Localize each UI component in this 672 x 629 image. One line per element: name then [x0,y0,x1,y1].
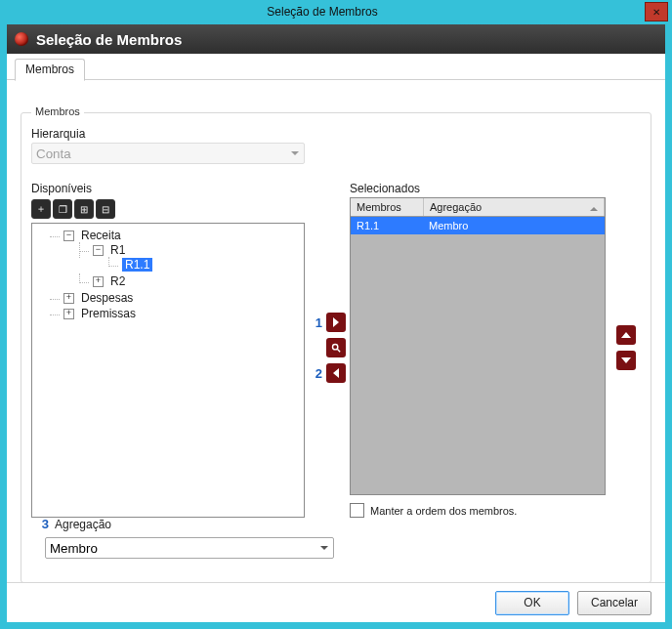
col-header-members[interactable]: Membros [351,198,424,216]
tree-node-r1[interactable]: −R1 R1.1 [79,242,302,273]
tab-strip: Membros [7,54,665,80]
move-down-button[interactable] [616,351,636,370]
window-title: Seleção de Membros [0,5,645,19]
expand-icon[interactable]: + [63,309,74,319]
selected-label: Selecionados [350,182,606,195]
body: Membros Hierarquia Conta Disponíveis ＋ ❐ [7,105,665,583]
svg-line-1 [337,349,340,352]
available-label: Disponíveis [31,182,305,195]
close-icon: ✕ [652,7,660,18]
search-icon [331,343,341,353]
tree-node-r2[interactable]: +R2 [79,273,302,289]
chevron-right-icon [331,317,341,327]
aggregation-label: Agregação [55,518,111,531]
header-strip: Seleção de Membros [7,24,665,54]
cancel-button[interactable]: Cancelar [577,591,651,615]
footer: OK Cancelar [7,582,665,622]
search-button[interactable] [326,338,346,357]
tab-members[interactable]: Membros [15,59,85,81]
client-area: Seleção de Membros Membros Membros Hiera… [6,23,666,623]
col-header-aggregation[interactable]: Agregação [424,198,605,216]
available-column: Disponíveis ＋ ❐ ⊞ ⊟ −Receita [31,178,305,518]
tree-node-r11[interactable]: R1.1 [108,257,302,273]
add-button[interactable] [326,313,346,332]
close-button[interactable]: ✕ [645,2,668,21]
reorder-controls [611,178,641,518]
aggregation-select-wrap: Membro [45,537,334,559]
tree-node-premissas[interactable]: +Premissas [50,306,302,321]
chevron-left-icon [331,368,341,378]
selected-column: Selecionados Membros Agregação [350,178,606,518]
chevron-down-icon [621,356,631,365]
keep-order-checkbox[interactable] [350,503,364,518]
collapse-icon[interactable]: − [63,231,74,241]
tab-label: Membros [25,63,74,76]
tree-node-despesas[interactable]: +Despesas [50,290,302,306]
transfer-controls: 1 0 2 [305,178,350,518]
available-tree[interactable]: −Receita −R1 R1.1 [31,223,305,518]
toolbar-collapse-icon[interactable]: ⊟ [96,199,115,219]
chevron-up-icon [621,330,631,340]
toolbar-copy-icon[interactable]: ❐ [53,199,72,219]
app-dot-icon [15,32,28,46]
cell-aggregation: Membro [423,217,605,234]
expand-icon[interactable]: + [63,293,74,304]
hierarchy-select-wrap: Conta [31,143,305,164]
callout-1: 1 [309,315,322,330]
aggregation-row: 3 Agregação [35,517,111,531]
aggregation-select[interactable]: Membro [45,537,334,559]
selected-grid[interactable]: Membros Agregação R1.1 Membro [350,197,606,495]
expand-icon[interactable]: + [93,276,104,287]
grid-row[interactable]: R1.1 Membro [351,217,605,234]
callout-2: 2 [309,366,322,381]
callout-3: 3 [35,517,49,531]
available-toolbar: ＋ ❐ ⊞ ⊟ [31,199,305,219]
hierarchy-select[interactable]: Conta [31,143,305,164]
members-fieldset: Membros Hierarquia Conta Disponíveis ＋ ❐ [21,112,651,583]
window: Seleção de Membros ✕ Seleção de Membros … [0,0,672,629]
toolbar-add-icon[interactable]: ＋ [31,199,51,219]
remove-button[interactable] [326,363,346,383]
cell-member: R1.1 [351,217,423,234]
hierarchy-label: Hierarquia [31,127,641,141]
tree-node-selected: R1.1 [122,258,152,272]
columns: Disponíveis ＋ ❐ ⊞ ⊟ −Receita [31,178,641,518]
grid-header: Membros Agregação [351,198,605,217]
svg-point-0 [333,345,338,350]
move-up-button[interactable] [616,325,636,345]
keep-order-row: Manter a ordem dos membros. [350,503,606,518]
header-title: Seleção de Membros [36,31,182,48]
grid-body: R1.1 Membro [351,217,605,494]
ok-button[interactable]: OK [495,591,569,615]
keep-order-label: Manter a ordem dos membros. [370,505,517,517]
fieldset-legend: Membros [31,105,84,117]
sort-asc-icon [590,203,598,211]
titlebar: Seleção de Membros ✕ [0,0,672,23]
tree-node-receita[interactable]: −Receita −R1 R1.1 [50,228,302,290]
toolbar-expand-icon[interactable]: ⊞ [74,199,94,219]
collapse-icon[interactable]: − [93,245,104,256]
